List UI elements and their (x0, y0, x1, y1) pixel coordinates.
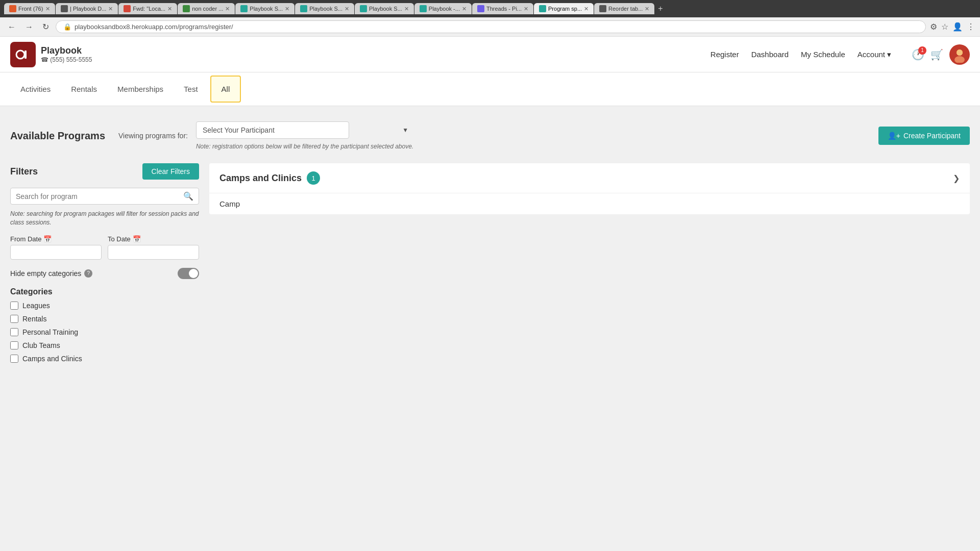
cat-all[interactable]: All (210, 76, 241, 103)
content-layout: Filters Clear Filters 🔍 Note: searching … (10, 163, 970, 368)
category-personal-training-checkbox[interactable] (10, 328, 18, 336)
tab-close-icon[interactable]: ✕ (462, 6, 467, 12)
tab-close-icon[interactable]: ✕ (108, 6, 113, 12)
category-leagues-label[interactable]: Leagues (22, 302, 50, 310)
tab-close-icon[interactable]: ✕ (404, 6, 409, 12)
tab-close-icon[interactable]: ✕ (45, 6, 50, 12)
category-club-teams-checkbox[interactable] (10, 341, 18, 349)
search-icon: 🔍 (183, 191, 193, 201)
header-nav: Register Dashboard My Schedule Account ▾… (710, 44, 970, 65)
reload-button[interactable]: ↻ (40, 21, 52, 33)
browser-toolbar-icons: ⚙ ☆ 👤 ⋮ (930, 22, 975, 32)
tab-fwd[interactable]: Fwd: "Loca... ✕ (118, 3, 177, 14)
category-camps-clinics-checkbox[interactable] (10, 355, 18, 363)
cart-button[interactable]: 🛒 (930, 48, 943, 61)
available-programs-title: Available Programs (10, 130, 105, 142)
address-bar[interactable]: 🔒 playbooksandbox8.herokuapp.com/program… (56, 20, 926, 33)
search-input[interactable] (16, 192, 183, 201)
search-box: 🔍 (10, 188, 199, 205)
tab-label: non coder ... (192, 6, 223, 12)
hide-empty-toggle-row: Hide empty categories ? (10, 268, 199, 279)
section-title-camps: Camps and Clinics (219, 173, 302, 184)
profile-icon[interactable]: 👤 (952, 22, 963, 32)
tab-favicon (61, 5, 68, 12)
section-expand-icon[interactable]: ❯ (953, 173, 960, 183)
main-content: Available Programs Viewing programs for:… (0, 106, 980, 378)
svg-rect-1 (24, 51, 27, 59)
filters-title: Filters (10, 166, 38, 177)
svg-point-0 (16, 51, 24, 59)
category-rentals: Rentals (10, 315, 199, 323)
categories-title: Categories (10, 287, 199, 296)
tab-reorder[interactable]: Reorder tab... ✕ (594, 3, 654, 14)
tab-playbook4[interactable]: Playbook S... ✕ (355, 3, 414, 14)
cat-activities[interactable]: Activities (10, 77, 61, 102)
tab-close-icon[interactable]: ✕ (524, 6, 528, 12)
clear-filters-button[interactable]: Clear Filters (142, 163, 199, 180)
create-participant-button[interactable]: 👤+ Create Participant (878, 127, 970, 145)
tab-favicon (599, 5, 606, 12)
new-tab-button[interactable]: + (655, 3, 666, 14)
tab-front[interactable]: Front (76) ✕ (4, 3, 55, 14)
tab-playbook2[interactable]: Playbook S... ✕ (235, 3, 295, 14)
program-section-camps: Camps and Clinics 1 ❯ Camp (209, 163, 970, 214)
account-dropdown[interactable]: Account ▾ (857, 50, 891, 59)
add-person-icon: 👤+ (888, 132, 900, 140)
from-date-label: From Date 📅 (10, 235, 102, 243)
tab-close-icon[interactable]: ✕ (645, 6, 649, 12)
logo-area: Playbook ☎ (555) 555-5555 (10, 42, 92, 67)
category-rentals-label[interactable]: Rentals (22, 315, 46, 323)
bookmark-icon[interactable]: ☆ (941, 22, 948, 32)
nav-register[interactable]: Register (710, 50, 739, 59)
forward-button[interactable]: → (22, 21, 36, 33)
tab-threads[interactable]: Threads - Pi... ✕ (472, 3, 533, 14)
programs-header: Available Programs Viewing programs for:… (10, 116, 970, 158)
category-camps-clinics-label[interactable]: Camps and Clinics (22, 355, 82, 363)
tab-close-icon[interactable]: ✕ (225, 6, 230, 12)
section-count-badge: 1 (307, 171, 320, 185)
hide-empty-label: Hide empty categories ? (10, 269, 92, 278)
nav-dashboard[interactable]: Dashboard (751, 50, 789, 59)
program-item-camp[interactable]: Camp (209, 193, 970, 214)
tab-favicon (9, 5, 16, 12)
app-name: Playbook (41, 45, 92, 56)
from-date-input[interactable] (10, 245, 102, 260)
extensions-icon[interactable]: ⚙ (930, 22, 937, 32)
tab-playbook1[interactable]: | Playbook D... ✕ (56, 3, 118, 14)
tab-program-active[interactable]: Program sp... ✕ (534, 3, 594, 14)
tab-playbook5[interactable]: Playbook -... ✕ (414, 3, 472, 14)
info-icon[interactable]: ? (84, 269, 92, 278)
hide-empty-toggle[interactable] (178, 268, 199, 279)
back-button[interactable]: ← (5, 21, 18, 33)
user-avatar[interactable] (949, 44, 970, 65)
tab-label: | Playbook D... (70, 6, 106, 12)
tab-noncoder[interactable]: non coder ... ✕ (178, 3, 235, 14)
tab-playbook3[interactable]: Playbook S... ✕ (295, 3, 354, 14)
nav-my-schedule[interactable]: My Schedule (801, 50, 845, 59)
to-date-label: To Date 📅 (108, 235, 199, 243)
tab-close-icon[interactable]: ✕ (285, 6, 289, 12)
tab-close-icon[interactable]: ✕ (345, 6, 349, 12)
tab-close-icon[interactable]: ✕ (167, 6, 172, 12)
tab-label: Threads - Pi... (486, 6, 522, 12)
category-personal-training: Personal Training (10, 328, 199, 336)
cat-rentals[interactable]: Rentals (61, 77, 107, 102)
cat-test[interactable]: Test (174, 77, 208, 102)
category-club-teams-label[interactable]: Club Teams (22, 341, 60, 349)
category-personal-training-label[interactable]: Personal Training (22, 328, 78, 336)
notification-badge: 1 (918, 46, 926, 55)
to-date-field: To Date 📅 (108, 235, 199, 260)
logo-icon (10, 42, 36, 67)
viewing-label: Viewing programs for: (118, 132, 188, 140)
to-date-input[interactable] (108, 245, 199, 260)
category-leagues-checkbox[interactable] (10, 302, 18, 310)
menu-icon[interactable]: ⋮ (967, 22, 975, 32)
address-text: playbooksandbox8.herokuapp.com/programs/… (75, 23, 233, 31)
calendar-icon: 📅 (43, 235, 52, 243)
category-rentals-checkbox[interactable] (10, 315, 18, 323)
participant-select[interactable]: Select Your Participant (196, 121, 349, 139)
cat-memberships[interactable]: Memberships (107, 77, 174, 102)
notifications-button[interactable]: 🕐 1 (912, 48, 924, 61)
tab-close-icon[interactable]: ✕ (584, 6, 589, 12)
tab-label: Playbook S... (250, 6, 283, 12)
